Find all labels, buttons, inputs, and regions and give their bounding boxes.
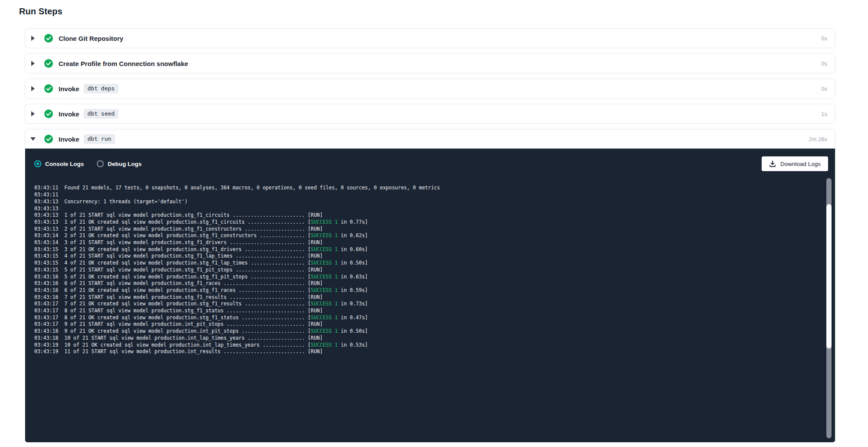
caret-right-icon[interactable] (30, 86, 36, 91)
log-line: 03:43:15 4 of 21 START sql view model pr… (34, 253, 818, 260)
log-line: 03:43:16 7 of 21 START sql view model pr… (34, 294, 818, 301)
caret-right-icon[interactable] (30, 111, 36, 116)
step-card-dbt-run: Invoke dbt run 2m 26s Console Logs Debug… (25, 129, 835, 443)
log-line: 03:43:11 (34, 192, 818, 199)
step-duration: 1s (821, 111, 827, 117)
console-scrollbar-thumb[interactable] (826, 204, 832, 348)
command-chip: dbt run (84, 134, 115, 144)
console-log-lines: 03:43:11 Found 21 models, 17 tests, 0 sn… (34, 185, 818, 355)
check-circle-icon (44, 34, 53, 43)
step-label: Invoke (59, 110, 79, 118)
log-line: 03:43:19 11 of 21 START sql view model p… (34, 348, 818, 355)
log-line: 03:43:18 9 of 21 OK created sql view mod… (34, 328, 818, 335)
step-label: Create Profile from Connection snowflake (59, 60, 188, 67)
steps-list: Clone Git Repository 0s Create Profile f… (25, 28, 835, 443)
check-circle-icon (44, 109, 53, 118)
download-logs-button[interactable]: Download Logs (762, 156, 828, 171)
log-line: 03:43:16 6 of 21 START sql view model pr… (34, 280, 818, 287)
radio-label: Console Logs (45, 161, 84, 167)
command-chip: dbt deps (84, 84, 119, 93)
step-label: Invoke (59, 85, 79, 93)
step-card-dbt-deps: Invoke dbt deps 0s (25, 79, 835, 99)
log-line: 03:43:19 10 of 21 OK created sql view mo… (34, 342, 818, 349)
step-header-dbt-seed[interactable]: Invoke dbt seed 1s (25, 104, 835, 123)
radio-label: Debug Logs (108, 161, 141, 167)
log-line: 03:43:13 (34, 205, 818, 212)
check-circle-icon (44, 59, 53, 68)
log-line: 03:43:14 2 of 21 OK created sql view mod… (34, 232, 818, 239)
console-scrollbar[interactable] (826, 178, 832, 438)
step-card-clone-git: Clone Git Repository 0s (25, 28, 835, 48)
step-card-dbt-seed: Invoke dbt seed 1s (25, 104, 835, 124)
log-line: 03:43:11 Found 21 models, 17 tests, 0 sn… (34, 185, 818, 192)
console-logs-radio[interactable]: Console Logs (34, 160, 84, 167)
log-line: 03:43:13 1 of 21 START sql view model pr… (34, 212, 818, 219)
page-title: Run Steps (19, 7, 868, 17)
log-line: 03:43:14 3 of 21 START sql view model pr… (34, 239, 818, 246)
step-header-dbt-deps[interactable]: Invoke dbt deps 0s (25, 79, 835, 98)
log-line: 03:43:17 7 of 21 OK created sql view mod… (34, 301, 818, 308)
log-line: 03:43:16 6 of 21 OK created sql view mod… (34, 287, 818, 294)
log-line: 03:43:15 4 of 21 OK created sql view mod… (34, 260, 818, 267)
log-line: 03:43:17 8 of 21 OK created sql view mod… (34, 315, 818, 321)
debug-logs-radio[interactable]: Debug Logs (97, 160, 141, 167)
check-circle-icon (44, 135, 53, 143)
log-line: 03:43:13 1 of 21 OK created sql view mod… (34, 219, 818, 226)
caret-right-icon[interactable] (30, 36, 36, 41)
download-icon (769, 160, 776, 167)
caret-down-icon[interactable] (30, 137, 36, 141)
download-logs-label: Download Logs (780, 161, 821, 167)
step-duration: 0s (821, 35, 827, 42)
console-panel: Console Logs Debug Logs Download Logs (25, 149, 835, 442)
run-steps-page: Run Steps Clone Git Repository 0s (0, 0, 868, 443)
console-log-output[interactable]: 03:43:11 Found 21 models, 17 tests, 0 sn… (25, 174, 835, 442)
step-header-create-profile[interactable]: Create Profile from Connection snowflake… (25, 54, 835, 73)
step-header-clone-git[interactable]: Clone Git Repository 0s (25, 29, 835, 48)
step-header-dbt-run[interactable]: Invoke dbt run 2m 26s (25, 129, 835, 149)
check-circle-icon (44, 84, 53, 93)
caret-right-icon[interactable] (30, 61, 36, 66)
radio-selected-icon (34, 160, 41, 167)
log-line: 03:43:18 10 of 21 START sql view model p… (34, 335, 818, 342)
radio-unselected-icon (97, 160, 104, 167)
log-line: 03:43:13 Concurrency: 1 threads (target=… (34, 199, 818, 205)
log-line: 03:43:17 8 of 21 START sql view model pr… (34, 308, 818, 315)
log-line: 03:43:15 3 of 21 OK created sql view mod… (34, 246, 818, 253)
step-duration: 0s (821, 86, 827, 92)
console-toolbar: Console Logs Debug Logs Download Logs (25, 149, 835, 174)
step-card-create-profile: Create Profile from Connection snowflake… (25, 53, 835, 73)
command-chip: dbt seed (84, 109, 119, 119)
step-duration: 2m 26s (809, 136, 827, 142)
log-line: 03:43:17 9 of 21 START sql view model pr… (34, 321, 818, 328)
step-label: Invoke (59, 136, 79, 143)
step-label: Clone Git Repository (59, 35, 123, 42)
step-duration: 0s (821, 60, 827, 67)
log-line: 03:43:13 2 of 21 START sql view model pr… (34, 226, 818, 233)
log-line: 03:43:15 5 of 21 START sql view model pr… (34, 267, 818, 274)
log-line: 03:43:16 5 of 21 OK created sql view mod… (34, 274, 818, 281)
